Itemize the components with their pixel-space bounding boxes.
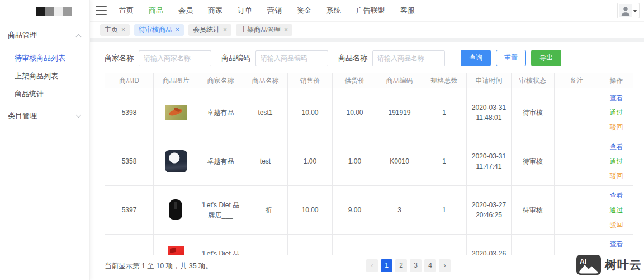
cell-apply-time: 2020-03-26 17:40:48 <box>467 235 512 255</box>
view-link[interactable]: 查看 <box>610 192 623 199</box>
sidebar-item-0-2[interactable]: 商品统计 <box>0 85 89 103</box>
column-header: 商品ID <box>105 73 154 88</box>
nav-item-4[interactable]: 订单 <box>238 6 252 16</box>
cell-actions: 查看通过驳回 <box>599 235 634 255</box>
reset-button[interactable]: 重置 <box>496 50 526 66</box>
cell-product-image <box>154 88 198 137</box>
cell-actions: 查看通过驳回 <box>599 186 634 235</box>
nav-item-3[interactable]: 商家 <box>208 6 222 16</box>
tab-close-icon[interactable]: × <box>121 26 125 34</box>
tab-1[interactable]: 待审核商品× <box>134 24 184 36</box>
cell-product-code: K0010 <box>377 137 422 186</box>
reject-link[interactable]: 驳回 <box>610 172 623 180</box>
nav-item-9[interactable]: 客服 <box>400 6 415 16</box>
cell-spec-count: 1 <box>422 88 467 137</box>
sidebar-group-1[interactable]: 类目管理 <box>0 108 89 124</box>
tab-close-icon[interactable]: × <box>176 26 179 34</box>
svg-text:AI: AI <box>580 258 586 265</box>
product-code-input[interactable] <box>255 50 328 66</box>
cell-spec-count: 1 <box>422 235 467 255</box>
product-name-label: 商品名称 <box>338 53 367 63</box>
cell-product-image <box>154 235 198 255</box>
watermark-ai-logo-icon: AI <box>576 254 602 276</box>
nav-item-7[interactable]: 系统 <box>326 6 341 16</box>
app-root: 商品管理待审核商品列表上架商品列表商品统计类目管理 首页商品会员商家订单营销资金… <box>0 0 644 280</box>
column-header: 销售价 <box>288 73 333 88</box>
cell-merchant-name: 'Let's Diet 品牌店___ <box>198 235 243 255</box>
view-link[interactable]: 查看 <box>610 143 623 151</box>
page-button-4[interactable]: 4 <box>424 259 436 272</box>
tab-0[interactable]: 主页× <box>100 24 130 36</box>
product-name-input[interactable] <box>372 50 445 66</box>
nav-item-2[interactable]: 会员 <box>178 6 193 16</box>
cell-remark <box>555 235 599 255</box>
sidebar-item-0-1[interactable]: 上架商品列表 <box>0 67 89 85</box>
page-button-3[interactable]: 3 <box>410 259 422 272</box>
tab-close-icon[interactable]: × <box>223 26 227 34</box>
page-button-1[interactable]: 1 <box>381 259 392 272</box>
cell-product-name: xinglixiang <box>243 235 288 255</box>
nav-item-0[interactable]: 首页 <box>119 6 134 16</box>
cell-product-id: 5358 <box>105 137 154 186</box>
cell-product-name: 二折 <box>243 186 288 235</box>
next-page-button[interactable]: › <box>439 259 451 272</box>
cell-supply-price: 9.00 <box>333 186 377 235</box>
sidebar-group-label: 类目管理 <box>8 111 37 121</box>
cell-apply-time: 2020-03-31 11:47:41 <box>467 137 512 186</box>
approve-link[interactable]: 通过 <box>610 109 623 116</box>
column-header: 商品名称 <box>243 73 288 88</box>
cell-product-name: test <box>243 137 288 186</box>
cell-merchant-name: 卓越有品 <box>198 137 243 186</box>
sidebar-sublist: 待审核商品列表上架商品列表商品统计 <box>0 49 89 103</box>
view-link[interactable]: 查看 <box>610 94 623 102</box>
page-button-2[interactable]: 2 <box>395 259 407 272</box>
main-column: 首页商品会员商家订单营销资金系统广告联盟客服 主页×待审核商品×会员统计×上架商… <box>90 0 644 280</box>
caret-down-icon <box>633 10 637 12</box>
cell-actions: 查看通过驳回 <box>599 88 634 137</box>
tab-3[interactable]: 上架商品管理× <box>236 24 292 36</box>
cell-status: 待审核 <box>512 235 555 255</box>
merchant-name-input[interactable] <box>139 50 211 66</box>
user-avatar-button[interactable] <box>617 3 640 18</box>
sidebar-group-0[interactable]: 商品管理 <box>0 27 89 44</box>
export-button[interactable]: 导出 <box>531 50 561 66</box>
table-row: 5416'Let's Diet 品牌店___xinglixiang100.002… <box>105 235 634 255</box>
cell-spec-count: 1 <box>422 137 467 186</box>
cell-sale-price: 10.00 <box>288 88 333 137</box>
filter-bar: 商家名称商品编码商品名称查询重置导出 <box>90 42 644 73</box>
content-area: 商家名称商品编码商品名称查询重置导出 商品ID商品图片商家名称商品名称销售价供货… <box>90 42 644 280</box>
nav-item-6[interactable]: 资金 <box>297 6 311 16</box>
column-header: 申请时间 <box>467 73 512 88</box>
view-link[interactable]: 查看 <box>610 240 623 248</box>
cell-apply-time: 2020-03-27 20:46:25 <box>467 186 512 235</box>
pagination-bar: 当前显示第 1 至 10 项，共 35 项。 ‹1234› <box>105 255 644 280</box>
nav-item-1[interactable]: 商品 <box>149 6 163 16</box>
hamburger-menu-icon[interactable] <box>96 6 107 15</box>
logo <box>0 0 89 22</box>
cell-status: 待审核 <box>512 186 555 235</box>
query-button[interactable]: 查询 <box>461 50 491 66</box>
reject-link[interactable]: 驳回 <box>610 123 623 131</box>
approve-link[interactable]: 通过 <box>610 157 623 165</box>
logo-square <box>54 7 63 16</box>
tab-close-icon[interactable]: × <box>284 26 288 34</box>
nav-item-8[interactable]: 广告联盟 <box>356 6 385 16</box>
nav-item-5[interactable]: 营销 <box>267 6 282 16</box>
cell-spec-count: 1 <box>422 186 467 235</box>
prev-page-button[interactable]: ‹ <box>366 259 378 272</box>
sidebar-group-label: 商品管理 <box>8 30 37 40</box>
top-nav-items: 首页商品会员商家订单营销资金系统广告联盟客服 <box>119 6 415 16</box>
column-header: 商品图片 <box>154 73 198 88</box>
cell-supply-price: 1.00 <box>333 137 377 186</box>
chevron-up-icon <box>76 34 82 39</box>
product-image[interactable] <box>165 150 187 172</box>
sidebar-item-0-0[interactable]: 待审核商品列表 <box>0 49 89 67</box>
product-image[interactable] <box>165 105 187 120</box>
product-image[interactable] <box>167 198 185 222</box>
logo-square <box>36 7 45 16</box>
approve-link[interactable]: 通过 <box>610 206 623 214</box>
tab-2[interactable]: 会员统计× <box>188 24 231 36</box>
cell-product-image <box>154 186 198 235</box>
reject-link[interactable]: 驳回 <box>610 221 623 228</box>
product-image[interactable] <box>168 246 184 255</box>
